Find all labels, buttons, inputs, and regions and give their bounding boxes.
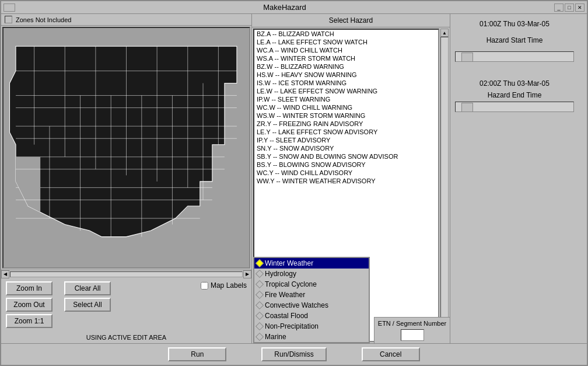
titlebar: MakeHazard _ □ ✕ bbox=[1, 1, 587, 14]
scroll-track[interactable] bbox=[10, 271, 243, 277]
run-button[interactable]: Run bbox=[168, 347, 226, 361]
category-diamond-icon bbox=[256, 312, 264, 320]
category-coastal-flood[interactable]: Coastal Flood bbox=[254, 311, 369, 321]
center-buttons: Clear All Select All bbox=[64, 281, 111, 312]
scroll-right-button[interactable]: ▶ bbox=[243, 270, 251, 278]
list-item[interactable]: WS.A -- WINTER STORM WATCH bbox=[254, 54, 438, 62]
active-edit-label: USING ACTIVE EDIT AREA bbox=[1, 332, 251, 343]
map-canvas[interactable] bbox=[2, 27, 250, 269]
minimize-button[interactable]: _ bbox=[554, 4, 564, 12]
category-label: Non-Precipitation bbox=[265, 322, 318, 330]
map-labels-container: Map Labels bbox=[201, 281, 247, 290]
list-item[interactable]: SB.Y -- SNOW AND BLOWING SNOW ADVISOR bbox=[254, 152, 438, 161]
etn-label: ETN / Segment Number bbox=[377, 320, 447, 327]
category-diamond-icon bbox=[256, 280, 264, 288]
run-dismiss-button[interactable]: Run/Dismiss bbox=[261, 347, 326, 361]
end-time-thumb[interactable] bbox=[461, 103, 473, 112]
list-item[interactable]: LE.W -- LAKE EFFECT SNOW WARNING bbox=[254, 87, 438, 95]
start-time-thumb[interactable] bbox=[461, 53, 473, 62]
hazard-header: Select Hazard bbox=[252, 14, 450, 27]
end-time-slider[interactable] bbox=[455, 102, 574, 112]
category-label: Tropical Cyclone bbox=[265, 280, 317, 288]
category-diamond-icon bbox=[256, 291, 264, 299]
zoom-buttons: Zoom In Zoom Out Zoom 1:1 bbox=[6, 281, 52, 328]
main-window: MakeHazard _ □ ✕ Zones Not Included bbox=[0, 0, 588, 366]
etn-panel: ETN / Segment Number bbox=[374, 317, 450, 343]
zoom-in-button[interactable]: Zoom In bbox=[6, 281, 52, 295]
zoom-1to1-button[interactable]: Zoom 1:1 bbox=[6, 314, 52, 328]
category-convective-watches[interactable]: Convective Watches bbox=[254, 300, 369, 311]
category-marine[interactable]: Marine bbox=[254, 332, 369, 342]
list-item[interactable]: WW.Y -- WINTER WEATHER ADVISORY bbox=[254, 177, 438, 185]
list-item[interactable]: WC.Y -- WIND CHILL ADVISORY bbox=[254, 169, 438, 177]
category-label: Fire Weather bbox=[265, 291, 305, 299]
list-item[interactable]: SN.Y -- SNOW ADVISORY bbox=[254, 144, 438, 152]
list-item[interactable]: BZ.A -- BLIZZARD WATCH bbox=[254, 30, 438, 38]
list-item[interactable]: IS.W -- ICE STORM WARNING bbox=[254, 79, 438, 87]
zones-label: Zones Not Included bbox=[16, 16, 71, 23]
category-diamond-icon bbox=[256, 301, 264, 309]
scroll-left-button[interactable]: ◀ bbox=[1, 270, 9, 278]
map-controls: Zoom In Zoom Out Zoom 1:1 Clear All Sele… bbox=[1, 278, 251, 332]
end-time-display: 02:00Z Thu 03-Mar-05 bbox=[455, 78, 574, 89]
list-item[interactable]: LE.Y -- LAKE EFFECT SNOW ADVISORY bbox=[254, 128, 438, 136]
start-time-label: Hazard Start Time bbox=[455, 36, 574, 44]
window-title: MakeHazard bbox=[15, 3, 554, 12]
category-hydrology[interactable]: Hydrology bbox=[254, 269, 369, 279]
list-item[interactable]: IP.Y -- SLEET ADVISORY bbox=[254, 136, 438, 144]
map-area: Zones Not Included bbox=[1, 14, 251, 278]
map-svg bbox=[4, 28, 249, 267]
list-item[interactable]: HS.W -- HEAVY SNOW WARNING bbox=[254, 71, 438, 79]
main-content: Zones Not Included bbox=[1, 14, 587, 343]
bottom-bar: Run Run/Dismiss Cancel bbox=[1, 343, 587, 365]
close-button[interactable]: ✕ bbox=[575, 4, 584, 12]
middle-panel: Select Hazard BZ.A -- BLIZZARD WATCH LE.… bbox=[252, 14, 450, 343]
category-diamond-icon bbox=[256, 259, 264, 267]
list-item[interactable]: WC.A -- WIND CHILL WATCH bbox=[254, 46, 438, 54]
category-diamond-icon bbox=[256, 333, 264, 341]
hazard-vertical-scrollbar[interactable]: ▲ ▼ bbox=[440, 29, 449, 342]
category-fire-weather[interactable]: Fire Weather bbox=[254, 290, 369, 300]
category-label: Hydrology bbox=[265, 270, 296, 278]
clear-all-button[interactable]: Clear All bbox=[64, 281, 111, 295]
map-labels-checkbox[interactable] bbox=[201, 282, 208, 290]
category-winter-weather[interactable]: Winter Weather bbox=[254, 258, 369, 269]
start-time-display: 01:00Z Thu 03-Mar-05 bbox=[455, 19, 574, 29]
map-labels-text: Map Labels bbox=[211, 281, 247, 290]
etn-input[interactable] bbox=[401, 329, 424, 341]
category-dropdown: Winter Weather Hydrology Tropical Cyclon… bbox=[253, 257, 370, 343]
map-label-bar: Zones Not Included bbox=[1, 14, 251, 26]
category-diamond-icon bbox=[256, 270, 264, 278]
zoom-out-button[interactable]: Zoom Out bbox=[6, 298, 52, 312]
cancel-button[interactable]: Cancel bbox=[362, 347, 420, 361]
category-label: Convective Watches bbox=[265, 301, 328, 309]
list-item[interactable]: LE.A -- LAKE EFFECT SNOW WATCH bbox=[254, 38, 438, 46]
window-controls: _ □ ✕ bbox=[554, 4, 584, 12]
list-item[interactable]: ZR.Y -- FREEZING RAIN ADVISORY bbox=[254, 120, 438, 128]
list-item[interactable]: WS.W -- WINTER STORM WARNING bbox=[254, 111, 438, 120]
map-horizontal-scrollbar[interactable]: ◀ ▶ bbox=[1, 270, 251, 278]
category-diamond-icon bbox=[256, 322, 264, 330]
right-panel: 01:00Z Thu 03-Mar-05 Hazard Start Time 0… bbox=[450, 14, 579, 343]
category-label: Coastal Flood bbox=[265, 312, 308, 320]
titlebar-icon bbox=[4, 4, 15, 12]
list-item[interactable]: IP.W -- SLEET WARNING bbox=[254, 95, 438, 103]
category-tropical-cyclone[interactable]: Tropical Cyclone bbox=[254, 279, 369, 290]
category-non-precipitation[interactable]: Non-Precipitation bbox=[254, 321, 369, 332]
category-label: Winter Weather bbox=[265, 259, 313, 267]
zones-checkbox[interactable] bbox=[5, 16, 12, 23]
list-item[interactable]: WC.W -- WIND CHILL WARNING bbox=[254, 103, 438, 111]
list-item[interactable]: BS.Y -- BLOWING SNOW ADVISORY bbox=[254, 161, 438, 169]
scroll-up-button[interactable]: ▲ bbox=[440, 29, 449, 37]
list-item[interactable]: BZ.W -- BLIZZARD WARNING bbox=[254, 62, 438, 71]
vscroll-track[interactable] bbox=[440, 37, 449, 334]
category-label: Marine bbox=[265, 333, 286, 341]
start-time-slider[interactable] bbox=[455, 51, 574, 62]
select-all-button[interactable]: Select All bbox=[64, 298, 111, 312]
maximize-button[interactable]: □ bbox=[565, 4, 574, 12]
end-time-label: Hazard End Time bbox=[455, 91, 574, 99]
left-panel: Zones Not Included bbox=[1, 14, 252, 343]
